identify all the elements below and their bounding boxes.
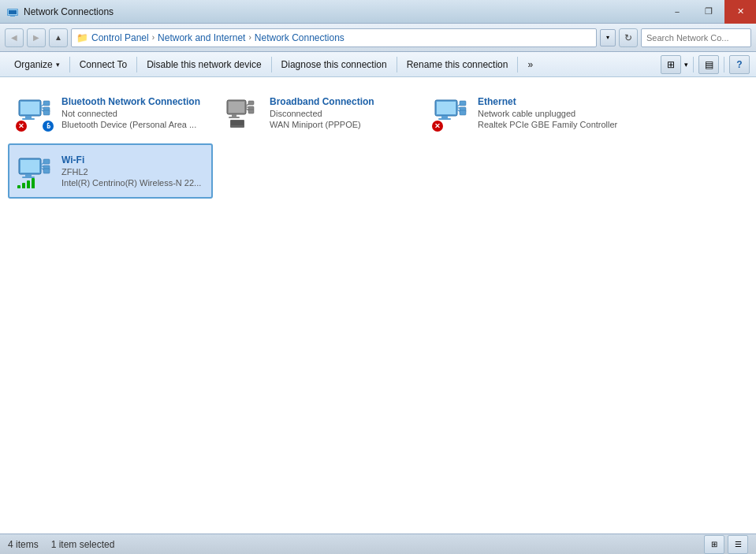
svg-rect-6 bbox=[25, 116, 32, 118]
toolbar-separator-4 bbox=[397, 57, 397, 73]
breadcrumb-folder-icon: 📁 bbox=[76, 32, 88, 43]
breadcrumb[interactable]: 📁 Control Panel › Network and Internet ›… bbox=[71, 28, 597, 47]
wifi-signal-bars bbox=[17, 178, 35, 188]
help-button[interactable]: ? bbox=[729, 55, 750, 74]
toolbar-separator-6 bbox=[693, 57, 694, 73]
ethernet-connection-icon: ✕ bbox=[432, 94, 470, 132]
svg-rect-35 bbox=[460, 110, 466, 115]
bluetooth-connection-icon: ✕ ɓ bbox=[16, 94, 54, 132]
organize-arrow: ▾ bbox=[56, 61, 60, 69]
svg-rect-5 bbox=[20, 102, 39, 114]
connection-adapter: WAN Miniport (PPPOE) bbox=[270, 120, 374, 129]
connection-name: Broadband Connection bbox=[270, 96, 374, 107]
svg-rect-29 bbox=[438, 118, 451, 120]
connection-status: Not connected bbox=[61, 109, 200, 118]
disable-button[interactable]: Disable this network device bbox=[139, 54, 269, 76]
status-view-buttons: ⊞ ☰ bbox=[704, 535, 748, 554]
svg-rect-17 bbox=[229, 117, 240, 118]
svg-rect-21 bbox=[248, 101, 254, 105]
toolbar-separator-1 bbox=[69, 57, 70, 73]
connect-to-button[interactable]: Connect To bbox=[72, 54, 136, 76]
status-view-grid-button[interactable]: ⊞ bbox=[704, 535, 724, 554]
list-item[interactable]: ✕ ɓ Bluetooth Network Connection Not con… bbox=[8, 85, 213, 140]
breadcrumb-item-3[interactable]: Network Connections bbox=[255, 32, 344, 43]
error-badge: ✕ bbox=[432, 121, 443, 132]
status-bar: 4 items 1 item selected ⊞ ☰ bbox=[0, 534, 756, 554]
connection-status: Network cable unplugged bbox=[478, 109, 617, 118]
svg-rect-3 bbox=[10, 16, 15, 17]
rename-button[interactable]: Rename this connection bbox=[399, 54, 516, 76]
svg-rect-2 bbox=[9, 10, 17, 14]
title-bar: Network Connections − ❐ ✕ bbox=[0, 0, 756, 24]
minimize-button[interactable]: − bbox=[661, 0, 693, 24]
svg-rect-13 bbox=[43, 110, 50, 115]
svg-rect-43 bbox=[43, 159, 50, 164]
view-dropdown-arrow: ▾ bbox=[684, 61, 688, 69]
status-view-list-button[interactable]: ☰ bbox=[728, 535, 748, 554]
broadband-icon-svg bbox=[224, 94, 259, 128]
svg-rect-37 bbox=[20, 160, 39, 173]
refresh-button[interactable]: ↻ bbox=[619, 28, 638, 47]
view-toggle-button[interactable]: ⊞ bbox=[661, 55, 681, 74]
toolbar-separator-7 bbox=[724, 57, 724, 73]
content-area: ✕ ɓ Bluetooth Network Connection Not con… bbox=[0, 77, 756, 534]
wifi-connection-info: Wi-Fi ZFHL2 Intel(R) Centrino(R) Wireles… bbox=[61, 154, 201, 188]
svg-rect-33 bbox=[460, 101, 466, 106]
diagnose-button[interactable]: Diagnose this connection bbox=[274, 54, 395, 76]
organize-label: Organize bbox=[14, 59, 53, 70]
svg-rect-45 bbox=[43, 169, 50, 173]
bluetooth-connection-info: Bluetooth Network Connection Not connect… bbox=[61, 96, 200, 129]
list-item[interactable]: ✕ Ethernet Network cable unplugged Realt… bbox=[424, 85, 629, 140]
title-bar-left: Network Connections bbox=[6, 6, 114, 18]
toolbar-separator-2 bbox=[136, 57, 137, 73]
selected-count: 1 item selected bbox=[51, 539, 115, 550]
svg-rect-15 bbox=[229, 102, 244, 113]
toolbar-right: ⊞ ▾ ▤ ? bbox=[661, 55, 750, 74]
title-bar-buttons: − ❐ ✕ bbox=[661, 0, 756, 24]
connection-name: Ethernet bbox=[478, 96, 617, 107]
toolbar: Organize ▾ Connect To Disable this netwo… bbox=[0, 52, 756, 77]
breadcrumb-sep-2: › bbox=[248, 33, 251, 42]
connection-status: ZFHL2 bbox=[61, 167, 201, 177]
restore-button[interactable]: ❐ bbox=[693, 0, 724, 24]
connection-adapter: Bluetooth Device (Personal Area ... bbox=[61, 120, 200, 129]
connection-status: Disconnected bbox=[270, 109, 374, 118]
search-box: 🔍 bbox=[641, 28, 751, 47]
window-title: Network Connections bbox=[24, 6, 114, 17]
connection-adapter: Intel(R) Centrino(R) Wireless-N 22... bbox=[61, 178, 201, 188]
svg-rect-16 bbox=[232, 114, 236, 117]
up-button[interactable]: ▲ bbox=[49, 28, 68, 47]
close-button[interactable]: ✕ bbox=[724, 0, 756, 24]
ethernet-connection-info: Ethernet Network cable unplugged Realtek… bbox=[478, 96, 617, 129]
svg-rect-11 bbox=[43, 101, 50, 106]
address-bar: ◀ ▶ ▲ 📁 Control Panel › Network and Inte… bbox=[0, 24, 756, 52]
svg-rect-28 bbox=[441, 116, 448, 118]
breadcrumb-dropdown-button[interactable]: ▾ bbox=[600, 29, 616, 46]
svg-rect-23 bbox=[248, 110, 254, 113]
toolbar-separator-3 bbox=[271, 57, 272, 73]
breadcrumb-item-2[interactable]: Network and Internet bbox=[158, 32, 245, 43]
more-button[interactable]: » bbox=[520, 54, 541, 76]
back-button[interactable]: ◀ bbox=[5, 28, 24, 47]
breadcrumb-sep-1: › bbox=[152, 33, 155, 42]
connection-adapter: Realtek PCIe GBE Family Controller bbox=[478, 120, 617, 129]
broadband-connection-icon bbox=[224, 94, 262, 132]
bluetooth-badge: ɓ bbox=[43, 121, 54, 132]
toolbar-separator-5 bbox=[517, 57, 518, 73]
organize-button[interactable]: Organize ▾ bbox=[6, 54, 68, 76]
svg-rect-27 bbox=[437, 102, 456, 114]
list-item[interactable]: Wi-Fi ZFHL2 Intel(R) Centrino(R) Wireles… bbox=[8, 143, 213, 199]
search-input[interactable] bbox=[646, 33, 755, 43]
svg-rect-38 bbox=[25, 174, 32, 177]
svg-rect-7 bbox=[22, 118, 35, 120]
breadcrumb-item-1[interactable]: Control Panel bbox=[91, 32, 149, 43]
details-view-button[interactable]: ▤ bbox=[698, 55, 719, 74]
error-badge: ✕ bbox=[16, 121, 27, 132]
list-item[interactable]: Broadband Connection Disconnected WAN Mi… bbox=[216, 85, 421, 140]
window-icon bbox=[6, 6, 19, 18]
connection-name: Wi-Fi bbox=[61, 154, 201, 165]
forward-button[interactable]: ▶ bbox=[27, 28, 46, 47]
wifi-connection-icon bbox=[16, 152, 54, 190]
connection-name: Bluetooth Network Connection bbox=[61, 96, 200, 107]
svg-rect-25 bbox=[231, 121, 244, 125]
